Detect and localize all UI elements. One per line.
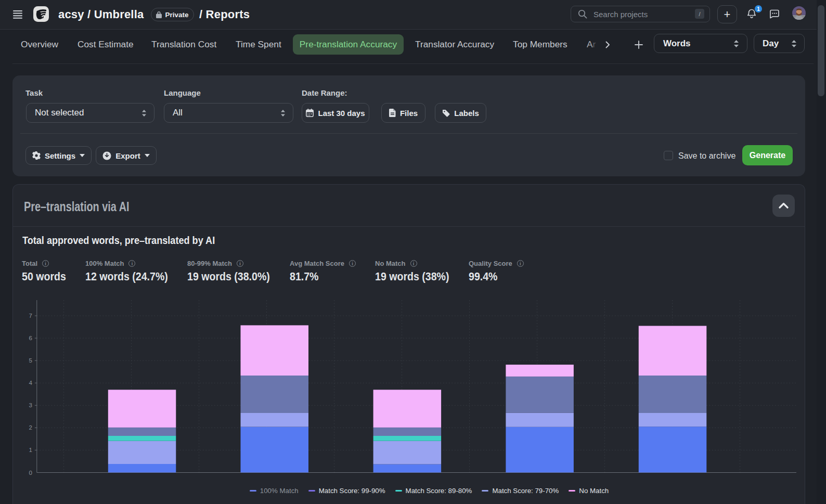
svg-text:4: 4 [29,380,32,386]
svg-text:0: 0 [29,470,32,476]
svg-text:3: 3 [29,402,32,408]
svg-text:7: 7 [29,313,32,319]
svg-text:5: 5 [29,357,32,364]
svg-text:6: 6 [29,335,32,341]
svg-text:2: 2 [29,424,32,431]
svg-text:1: 1 [29,447,32,453]
